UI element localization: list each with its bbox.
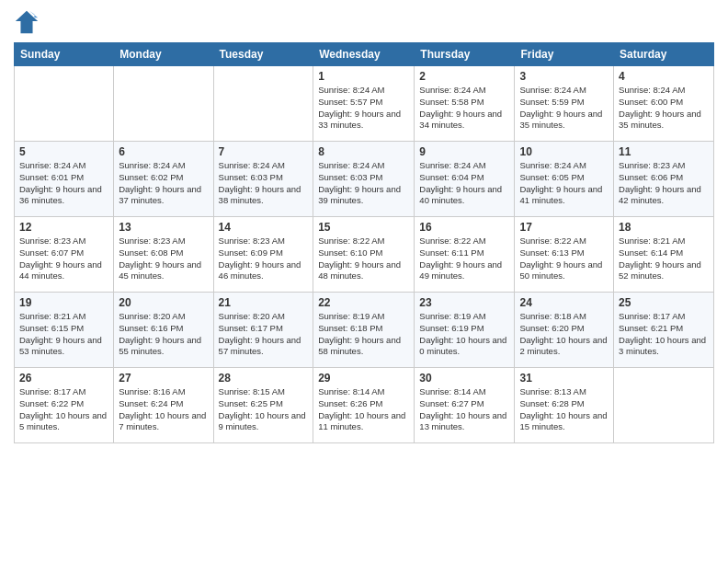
weekday-monday: Monday (114, 43, 213, 66)
weekday-wednesday: Wednesday (313, 43, 415, 66)
day-info: Sunrise: 8:21 AM Sunset: 6:15 PM Dayligh… (19, 311, 108, 358)
day-number: 3 (519, 70, 609, 83)
day-cell: 17Sunrise: 8:22 AM Sunset: 6:13 PM Dayli… (515, 217, 614, 293)
day-info: Sunrise: 8:24 AM Sunset: 6:03 PM Dayligh… (219, 160, 309, 207)
day-number: 15 (318, 221, 409, 234)
day-info: Sunrise: 8:20 AM Sunset: 6:16 PM Dayligh… (119, 311, 208, 358)
day-cell: 2Sunrise: 8:24 AM Sunset: 5:58 PM Daylig… (415, 66, 515, 142)
day-number: 8 (318, 145, 409, 158)
day-cell: 7Sunrise: 8:24 AM Sunset: 6:03 PM Daylig… (213, 142, 313, 217)
day-cell: 11Sunrise: 8:23 AM Sunset: 6:06 PM Dayli… (614, 142, 714, 217)
day-cell: 5Sunrise: 8:24 AM Sunset: 6:01 PM Daylig… (15, 142, 114, 217)
day-cell: 9Sunrise: 8:24 AM Sunset: 6:04 PM Daylig… (415, 142, 515, 217)
day-number: 16 (419, 221, 509, 234)
day-cell: 14Sunrise: 8:23 AM Sunset: 6:09 PM Dayli… (213, 217, 313, 293)
day-number: 28 (219, 372, 309, 385)
day-cell: 24Sunrise: 8:18 AM Sunset: 6:20 PM Dayli… (515, 293, 614, 368)
day-info: Sunrise: 8:19 AM Sunset: 6:19 PM Dayligh… (419, 311, 509, 358)
day-info: Sunrise: 8:24 AM Sunset: 6:02 PM Dayligh… (119, 160, 208, 207)
day-cell: 23Sunrise: 8:19 AM Sunset: 6:19 PM Dayli… (415, 293, 515, 368)
day-info: Sunrise: 8:16 AM Sunset: 6:24 PM Dayligh… (119, 386, 208, 433)
day-info: Sunrise: 8:24 AM Sunset: 5:58 PM Dayligh… (419, 85, 509, 132)
day-cell: 8Sunrise: 8:24 AM Sunset: 6:03 PM Daylig… (313, 142, 415, 217)
day-info: Sunrise: 8:17 AM Sunset: 6:21 PM Dayligh… (619, 311, 709, 358)
day-cell (114, 66, 213, 142)
day-number: 9 (419, 145, 509, 158)
day-cell: 15Sunrise: 8:22 AM Sunset: 6:10 PM Dayli… (313, 217, 415, 293)
day-cell: 31Sunrise: 8:13 AM Sunset: 6:28 PM Dayli… (515, 368, 614, 443)
day-info: Sunrise: 8:22 AM Sunset: 6:11 PM Dayligh… (419, 236, 509, 282)
weekday-sunday: Sunday (15, 43, 114, 66)
day-cell: 16Sunrise: 8:22 AM Sunset: 6:11 PM Dayli… (415, 217, 515, 293)
week-row-3: 12Sunrise: 8:23 AM Sunset: 6:07 PM Dayli… (15, 217, 714, 293)
weekday-saturday: Saturday (614, 43, 714, 66)
logo-icon (14, 9, 40, 35)
day-info: Sunrise: 8:24 AM Sunset: 6:03 PM Dayligh… (318, 160, 409, 207)
day-number: 5 (19, 145, 108, 158)
day-cell: 6Sunrise: 8:24 AM Sunset: 6:02 PM Daylig… (114, 142, 213, 217)
svg-marker-0 (16, 11, 38, 33)
weekday-header-row: SundayMondayTuesdayWednesdayThursdayFrid… (15, 43, 714, 66)
day-info: Sunrise: 8:23 AM Sunset: 6:07 PM Dayligh… (19, 236, 108, 282)
day-cell: 22Sunrise: 8:19 AM Sunset: 6:18 PM Dayli… (313, 293, 415, 368)
day-number: 2 (419, 70, 509, 83)
logo (14, 9, 43, 35)
day-cell: 12Sunrise: 8:23 AM Sunset: 6:07 PM Dayli… (15, 217, 114, 293)
day-number: 31 (519, 372, 609, 385)
day-number: 17 (519, 221, 609, 234)
day-info: Sunrise: 8:14 AM Sunset: 6:27 PM Dayligh… (419, 386, 509, 433)
week-row-1: 1Sunrise: 8:24 AM Sunset: 5:57 PM Daylig… (15, 66, 714, 142)
day-info: Sunrise: 8:24 AM Sunset: 6:01 PM Dayligh… (19, 160, 108, 207)
day-info: Sunrise: 8:24 AM Sunset: 6:04 PM Dayligh… (419, 160, 509, 207)
day-cell: 10Sunrise: 8:24 AM Sunset: 6:05 PM Dayli… (515, 142, 614, 217)
week-row-5: 26Sunrise: 8:17 AM Sunset: 6:22 PM Dayli… (15, 368, 714, 443)
day-info: Sunrise: 8:24 AM Sunset: 5:59 PM Dayligh… (519, 85, 609, 132)
day-cell: 27Sunrise: 8:16 AM Sunset: 6:24 PM Dayli… (114, 368, 213, 443)
day-number: 27 (119, 372, 208, 385)
day-info: Sunrise: 8:17 AM Sunset: 6:22 PM Dayligh… (19, 386, 108, 433)
day-number: 29 (318, 372, 409, 385)
day-info: Sunrise: 8:23 AM Sunset: 6:06 PM Dayligh… (619, 160, 709, 207)
day-cell: 18Sunrise: 8:21 AM Sunset: 6:14 PM Dayli… (614, 217, 714, 293)
day-cell: 28Sunrise: 8:15 AM Sunset: 6:25 PM Dayli… (213, 368, 313, 443)
day-info: Sunrise: 8:23 AM Sunset: 6:08 PM Dayligh… (119, 236, 208, 282)
day-cell (15, 66, 114, 142)
day-info: Sunrise: 8:21 AM Sunset: 6:14 PM Dayligh… (619, 236, 709, 282)
day-number: 18 (619, 221, 709, 234)
weekday-thursday: Thursday (415, 43, 515, 66)
weekday-friday: Friday (515, 43, 614, 66)
day-cell: 19Sunrise: 8:21 AM Sunset: 6:15 PM Dayli… (15, 293, 114, 368)
day-number: 11 (619, 145, 709, 158)
day-cell: 3Sunrise: 8:24 AM Sunset: 5:59 PM Daylig… (515, 66, 614, 142)
day-number: 22 (318, 296, 409, 309)
day-info: Sunrise: 8:19 AM Sunset: 6:18 PM Dayligh… (318, 311, 409, 358)
day-cell: 1Sunrise: 8:24 AM Sunset: 5:57 PM Daylig… (313, 66, 415, 142)
page: SundayMondayTuesdayWednesdayThursdayFrid… (0, 0, 728, 563)
day-info: Sunrise: 8:20 AM Sunset: 6:17 PM Dayligh… (219, 311, 309, 358)
day-info: Sunrise: 8:18 AM Sunset: 6:20 PM Dayligh… (519, 311, 609, 358)
day-number: 23 (419, 296, 509, 309)
day-info: Sunrise: 8:14 AM Sunset: 6:26 PM Dayligh… (318, 386, 409, 433)
day-info: Sunrise: 8:13 AM Sunset: 6:28 PM Dayligh… (519, 386, 609, 433)
day-info: Sunrise: 8:22 AM Sunset: 6:10 PM Dayligh… (318, 236, 409, 282)
day-number: 1 (318, 70, 409, 83)
day-number: 24 (519, 296, 609, 309)
day-info: Sunrise: 8:24 AM Sunset: 5:57 PM Dayligh… (318, 85, 409, 132)
day-number: 4 (619, 70, 709, 83)
day-number: 20 (119, 296, 208, 309)
day-number: 7 (219, 145, 309, 158)
day-info: Sunrise: 8:15 AM Sunset: 6:25 PM Dayligh… (219, 386, 309, 433)
week-row-2: 5Sunrise: 8:24 AM Sunset: 6:01 PM Daylig… (15, 142, 714, 217)
day-cell (213, 66, 313, 142)
day-number: 14 (219, 221, 309, 234)
day-info: Sunrise: 8:23 AM Sunset: 6:09 PM Dayligh… (219, 236, 309, 282)
day-cell: 26Sunrise: 8:17 AM Sunset: 6:22 PM Dayli… (15, 368, 114, 443)
day-number: 6 (119, 145, 208, 158)
day-cell: 4Sunrise: 8:24 AM Sunset: 6:00 PM Daylig… (614, 66, 714, 142)
day-cell: 30Sunrise: 8:14 AM Sunset: 6:27 PM Dayli… (415, 368, 515, 443)
day-number: 19 (19, 296, 108, 309)
calendar: SundayMondayTuesdayWednesdayThursdayFrid… (14, 42, 714, 443)
day-number: 21 (219, 296, 309, 309)
day-info: Sunrise: 8:24 AM Sunset: 6:00 PM Dayligh… (619, 85, 709, 132)
day-cell: 25Sunrise: 8:17 AM Sunset: 6:21 PM Dayli… (614, 293, 714, 368)
